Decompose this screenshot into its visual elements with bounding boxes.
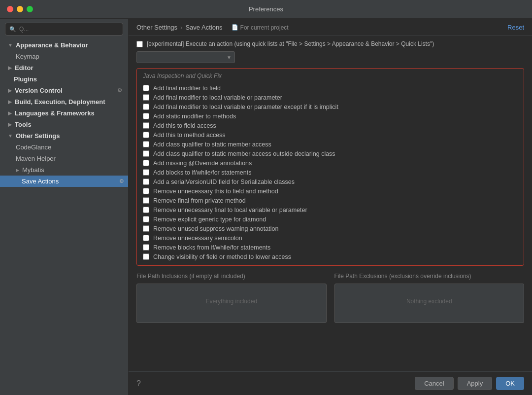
inspection-item-checkbox[interactable] [143,132,149,138]
inspection-item-checkbox[interactable] [143,253,149,260]
inspection-item-checkbox[interactable] [143,207,149,213]
sidebar-item-plugins[interactable]: Plugins [0,73,128,85]
inspection-item-checkbox[interactable] [143,244,149,251]
inspection-item-label: Add a serialVersionUID field for Seriali… [153,179,295,185]
breadcrumb-current: Save Actions [185,24,222,31]
inspection-item-checkbox[interactable] [143,235,149,241]
inspection-item-label: Add static modifier to methods [153,113,236,120]
inspection-items-list: Add final modifier to fieldAdd final mod… [143,83,518,261]
inspection-item-label: Add class qualifier to static member acc… [153,150,335,157]
inspection-item-label: Change visibility of field or method to … [153,253,291,260]
content-panel: Other Settings › Save Actions 📄 For curr… [129,19,532,395]
inclusions-list[interactable]: Everything included [136,284,327,323]
inspection-item-label: Remove explicit generic type for diamond [153,216,266,223]
sidebar-item-label: Version Control [15,87,63,94]
inspection-item: Remove explicit generic type for diamond [143,215,518,224]
inspection-item-checkbox[interactable] [143,150,149,157]
sidebar-item-editor[interactable]: ▶ Editor [0,62,128,73]
search-icon: 🔍 [9,26,16,33]
window-controls[interactable] [7,6,33,12]
breadcrumb: Other Settings › Save Actions [136,24,223,31]
chevron-down-icon: ▼ [8,133,13,139]
inspection-item-checkbox[interactable] [143,216,149,222]
project-icon: 📄 [232,24,238,31]
inclusions-empty-text: Everything included [137,284,326,319]
inspection-item-checkbox[interactable] [143,85,149,91]
inspection-item-checkbox[interactable] [143,160,149,166]
inspection-item: Add blocks to if/while/for statements [143,168,518,177]
inspection-item-checkbox[interactable] [143,225,149,232]
inspection-item-label: Remove unnecessary semicolon [153,235,242,242]
chevron-right-icon: ▶ [8,99,12,105]
maximize-button[interactable] [27,6,33,12]
sidebar-item-mybatis[interactable]: ▶ Mybatis [0,164,128,176]
inspection-item-label: Remove final from private method [153,197,246,204]
project-scope-label: 📄 For current project [232,24,289,31]
breadcrumb-parent: Other Settings [136,24,177,31]
inspection-item-label: Add final modifier to field [153,85,221,92]
inspection-item-label: Remove unnecessary final to local variab… [153,207,307,214]
sidebar-item-codeglance[interactable]: CodeGlance [0,142,128,153]
file-inclusions-col: File Path Inclusions (if empty all inclu… [136,271,327,323]
apply-button[interactable]: Apply [458,377,493,390]
inspection-item-checkbox[interactable] [143,179,149,185]
close-button[interactable] [7,6,13,12]
search-box[interactable]: 🔍 [5,23,123,36]
inspection-item-label: Add this to field access [153,122,216,129]
sidebar-item-label: Build, Execution, Deployment [15,98,105,106]
sidebar-item-label: Keymap [16,53,39,60]
inspection-title: Java Inspection and Quick Fix [143,72,518,79]
inspection-item-checkbox[interactable] [143,188,149,194]
content-body: [experimental] Execute an action (using … [129,36,532,371]
sidebar-item-label: Plugins [14,75,37,83]
chevron-right-icon: ▶ [8,65,12,71]
sidebar-item-label: Maven Helper [16,155,56,162]
inclusions-label: File Path Inclusions (if empty all inclu… [136,271,327,282]
inspection-item: Add this to field access [143,121,518,130]
sidebar-item-label: Tools [15,121,32,128]
sidebar-item-build[interactable]: ▶ Build, Execution, Deployment [0,96,128,108]
inspection-item-checkbox[interactable] [143,113,149,119]
inspection-item-checkbox[interactable] [143,197,149,204]
sidebar-item-version-control[interactable]: ▶ Version Control ⚙ [0,85,128,96]
cancel-button[interactable]: Cancel [415,377,453,390]
help-icon[interactable]: ? [136,379,141,388]
inspection-item: Add class qualifier to static member acc… [143,140,518,149]
experimental-checkbox-row: [experimental] Execute an action (using … [136,40,524,47]
quick-list-dropdown[interactable]: ▼ [136,51,235,63]
sidebar-item-label: Save Actions [22,178,119,185]
sidebar-item-label: Editor [15,64,33,72]
inspection-item-checkbox[interactable] [143,104,149,110]
experimental-checkbox[interactable] [136,41,143,47]
quick-list-dropdown-row: ▼ [136,51,524,63]
inspection-item: Remove unnecessary final to local variab… [143,205,518,215]
inspection-item: Add this to method access [143,130,518,140]
sidebar-item-other-settings[interactable]: ▼ Other Settings [0,130,128,142]
sidebar-item-languages[interactable]: ▶ Languages & Frameworks [0,108,128,119]
inspection-item-label: Remove blocks from if/while/for statemen… [153,244,270,251]
chevron-down-icon: ▼ [8,42,13,48]
file-exclusions-col: File Path Exclusions (exclusions overrid… [334,271,525,323]
sidebar-item-label: CodeGlance [16,144,51,151]
inspection-item: Remove unused suppress warning annotatio… [143,224,518,233]
inspection-item-checkbox[interactable] [143,94,149,101]
sidebar-item-save-actions[interactable]: Save Actions ⚙ [0,176,128,187]
reset-button[interactable]: Reset [507,24,524,31]
inspection-item-checkbox[interactable] [143,122,149,129]
sidebar-item-tools[interactable]: ▶ Tools [0,119,128,130]
inspection-item-label: Remove unused suppress warning annotatio… [153,225,278,232]
sidebar-item-appearance[interactable]: ▼ Appearance & Behavior [0,39,128,51]
sidebar-item-keymap[interactable]: Keymap [0,51,128,62]
sidebar-item-maven-helper[interactable]: Maven Helper [0,153,128,164]
inspection-box: Java Inspection and Quick Fix Add final … [136,68,524,266]
exclusions-empty-text: Nothing excluded [335,284,524,319]
window-title: Preferences [249,5,283,13]
search-input[interactable] [19,26,119,33]
inspection-item: Add final modifier to field [143,83,518,93]
ok-button[interactable]: OK [496,377,524,390]
inspection-item-checkbox[interactable] [143,141,149,147]
inspection-item-checkbox[interactable] [143,169,149,176]
exclusions-list[interactable]: Nothing excluded [334,284,525,323]
minimize-button[interactable] [17,6,23,12]
chevron-right-icon: ▶ [8,88,12,93]
